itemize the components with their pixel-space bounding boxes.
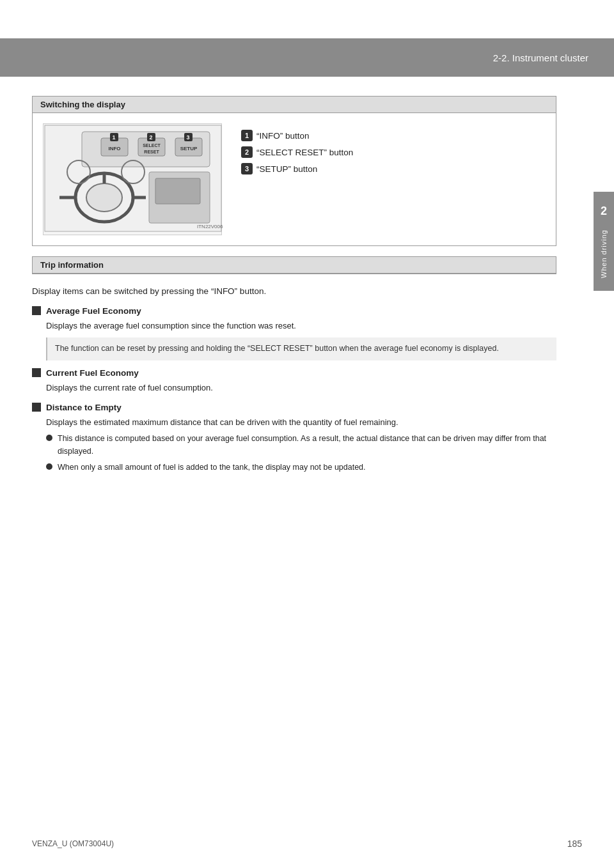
square-bullet-1 xyxy=(32,306,41,315)
side-tab-number: 2 xyxy=(601,205,607,218)
button-text-3: “SETUP” button xyxy=(256,164,317,174)
trip-information-title: Trip information xyxy=(33,257,556,274)
button-labels: 1 “INFO” button 2 “SELECT RESET” button … xyxy=(241,123,353,174)
avg-fuel-note: The function can be reset by pressing an… xyxy=(46,337,556,360)
distance-empty-label: Distance to Empty xyxy=(46,403,122,412)
current-fuel-label: Current Fuel Economy xyxy=(46,368,139,378)
distance-bullet-1-text: This distance is computed based on your … xyxy=(58,433,556,458)
switching-display-section: Switching the display INFO 1 xyxy=(32,96,556,246)
svg-text:1: 1 xyxy=(112,134,115,141)
button-label-1: 1 “INFO” button xyxy=(241,130,353,141)
button-text-2: “SELECT RESET” button xyxy=(256,148,353,157)
svg-text:RESET: RESET xyxy=(144,150,159,154)
switching-display-title: Switching the display xyxy=(33,97,556,113)
trip-intro: Display items can be switched by pressin… xyxy=(32,284,556,298)
diagram-area: INFO 1 SELECT RESET 2 SETUP xyxy=(33,113,556,245)
button-label-2: 2 “SELECT RESET” button xyxy=(241,146,353,158)
header-title: 2-2. Instrument cluster xyxy=(493,52,588,63)
svg-text:SETUP: SETUP xyxy=(180,146,198,151)
distance-bullet-1: This distance is computed based on your … xyxy=(46,433,556,458)
round-bullet-1 xyxy=(46,435,52,441)
svg-text:SELECT: SELECT xyxy=(143,143,161,148)
trip-information-section: Trip information xyxy=(32,256,556,274)
distance-bullet-2: When only a small amount of fuel is adde… xyxy=(46,461,556,474)
side-tab-label: When driving xyxy=(600,229,608,278)
button-label-3: 3 “SETUP” button xyxy=(241,163,353,174)
button-num-3: 3 xyxy=(241,163,253,174)
svg-text:2: 2 xyxy=(149,134,152,141)
avg-fuel-label: Average Fuel Economy xyxy=(46,306,141,316)
footer-left: VENZA_U (OM73004U) xyxy=(32,839,114,848)
distance-bullet-2-text: When only a small amount of fuel is adde… xyxy=(58,461,366,474)
round-bullet-2 xyxy=(46,463,52,470)
main-content: Switching the display INFO 1 xyxy=(0,77,588,503)
button-num-1: 1 xyxy=(241,130,253,141)
square-bullet-3 xyxy=(32,403,41,412)
svg-text:3: 3 xyxy=(186,134,189,141)
button-text-1: “INFO” button xyxy=(256,131,310,141)
square-bullet-2 xyxy=(32,368,41,377)
side-tab: 2 When driving xyxy=(594,192,614,291)
svg-rect-21 xyxy=(155,178,200,204)
button-num-2: 2 xyxy=(241,146,253,158)
svg-point-16 xyxy=(86,183,122,212)
dashboard-svg: INFO 1 SELECT RESET 2 SETUP xyxy=(43,124,223,233)
distance-empty-title: Distance to Empty xyxy=(32,403,556,412)
page-number: 185 xyxy=(567,839,582,849)
current-fuel-title: Current Fuel Economy xyxy=(32,368,556,378)
dashboard-illustration: INFO 1 SELECT RESET 2 SETUP xyxy=(43,123,222,235)
avg-fuel-title: Average Fuel Economy xyxy=(32,306,556,316)
current-fuel-text: Displays the current rate of fuel consum… xyxy=(46,382,556,395)
avg-fuel-text: Displays the average fuel consumption si… xyxy=(46,320,556,333)
header-bar: 2-2. Instrument cluster xyxy=(0,38,614,77)
footer: VENZA_U (OM73004U) 185 xyxy=(0,839,614,849)
distance-empty-text: Displays the estimated maximum distance … xyxy=(46,416,556,430)
svg-text:ITN22V006a: ITN22V006a xyxy=(197,224,223,229)
svg-text:INFO: INFO xyxy=(108,146,120,151)
